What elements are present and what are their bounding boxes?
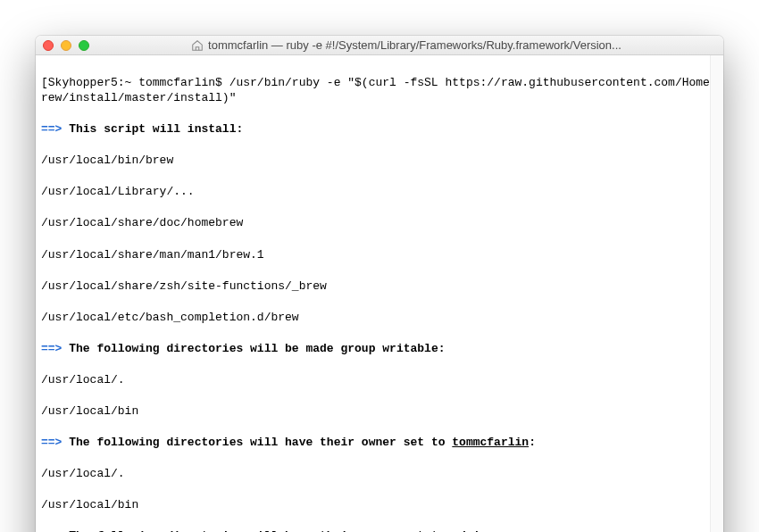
writable-title: The following directories will be made g… — [69, 342, 445, 355]
owner-path: /usr/local/bin — [41, 497, 718, 513]
install-path: /usr/local/bin/brew — [41, 153, 718, 169]
window-title: tommcfarlin — ruby -e #!/System/Library/… — [208, 38, 621, 52]
scrollbar[interactable] — [710, 55, 723, 532]
owner-path: /usr/local/. — [41, 466, 718, 482]
traffic-lights — [43, 40, 89, 51]
install-path: /usr/local/etc/bash_completion.d/brew — [41, 310, 718, 326]
install-path: /usr/local/share/zsh/site-functions/_bre… — [41, 278, 718, 295]
arrow-icon: ==> — [41, 436, 62, 449]
terminal-window: tommcfarlin — ruby -e #!/System/Library/… — [36, 36, 723, 532]
writable-path: /usr/local/. — [41, 372, 718, 388]
home-icon — [191, 39, 204, 52]
minimize-button[interactable] — [61, 40, 71, 51]
maximize-button[interactable] — [79, 40, 89, 51]
install-path: /usr/local/share/doc/homebrew — [41, 215, 718, 231]
titlebar[interactable]: tommcfarlin — ruby -e #!/System/Library/… — [36, 36, 723, 55]
section-install-header: ==> This script will install: — [41, 121, 718, 137]
install-path: /usr/local/share/man/man1/brew.1 — [41, 247, 718, 263]
window-title-area: tommcfarlin — ruby -e #!/System/Library/… — [98, 38, 714, 52]
install-title: This script will install: — [69, 122, 243, 136]
arrow-icon: ==> — [41, 122, 62, 136]
section-group-header: ==> The following directories will have … — [41, 528, 718, 532]
install-path: /usr/local/Library/... — [41, 184, 718, 200]
terminal-body[interactable]: [Skyhopper5:~ tommcfarlin$ /usr/bin/ruby… — [36, 55, 723, 532]
owner-prefix: The following directories will have thei… — [69, 436, 452, 449]
writable-path: /usr/local/bin — [41, 403, 718, 420]
close-button[interactable] — [43, 40, 54, 51]
section-owner-header: ==> The following directories will have … — [41, 435, 718, 451]
owner-suffix: : — [529, 436, 536, 449]
owner-user: tommcfarlin — [452, 436, 529, 449]
section-writable-header: ==> The following directories will be ma… — [41, 341, 718, 357]
command-line: [Skyhopper5:~ tommcfarlin$ /usr/bin/ruby… — [41, 75, 718, 106]
arrow-icon: ==> — [41, 342, 62, 355]
